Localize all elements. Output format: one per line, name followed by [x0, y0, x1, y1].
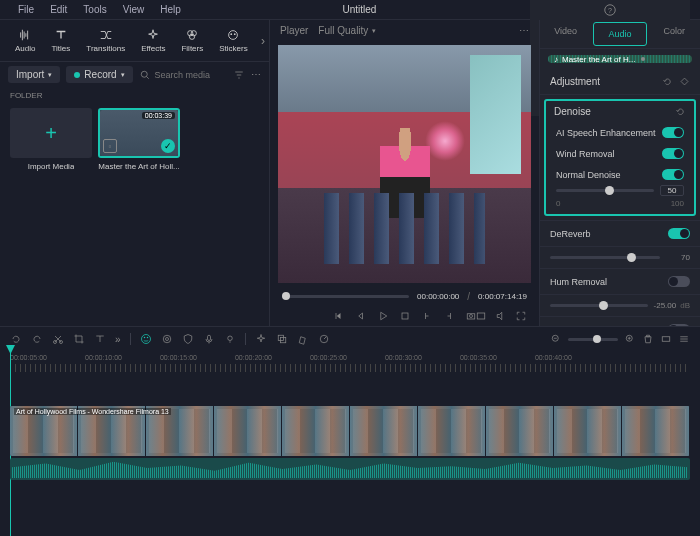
scrub-bar[interactable] [282, 295, 409, 298]
video-clip-label: Art of Hollywood Films - Wondershare Fil… [14, 408, 171, 415]
mark-in-icon[interactable] [421, 310, 433, 322]
volume-icon[interactable] [495, 310, 507, 322]
prev-frame-icon[interactable] [333, 310, 345, 322]
scroll-right-icon[interactable]: › [261, 34, 265, 48]
audio-clip-chip[interactable]: ♪ Master the Art of H... [548, 55, 692, 63]
denoise-value-input[interactable] [660, 185, 684, 196]
search-icon [139, 69, 151, 81]
clip-mark-icon: ▫ [103, 139, 117, 153]
menu-tools[interactable]: Tools [75, 2, 114, 17]
svg-point-31 [163, 335, 171, 343]
hum-label: Hum Removal [550, 277, 607, 287]
tab-video[interactable]: Video [540, 20, 591, 48]
more-tools-icon[interactable]: » [115, 334, 121, 345]
adjustment-section: Adjustment [540, 69, 700, 95]
sparkle-icon[interactable] [255, 333, 267, 345]
ai-speech-toggle[interactable] [662, 127, 684, 138]
dereverb-slider[interactable] [550, 256, 660, 259]
fit-icon[interactable] [475, 310, 487, 322]
tab-audio[interactable]: Audio [593, 22, 646, 46]
svg-line-20 [146, 76, 148, 78]
menu-edit[interactable]: Edit [42, 2, 75, 17]
tool-stickers[interactable]: Stickers [212, 26, 254, 55]
tool-filters[interactable]: Filters [174, 26, 210, 55]
tool-titles[interactable]: Titles [44, 26, 77, 55]
preview-canvas[interactable] [278, 45, 531, 283]
tool-transitions[interactable]: Transitions [79, 26, 132, 55]
denoise-title: Denoise [554, 106, 591, 117]
redo-icon[interactable] [31, 333, 43, 345]
zoom-in-icon[interactable] [624, 333, 636, 345]
normal-denoise-toggle[interactable] [662, 169, 684, 180]
svg-rect-33 [207, 335, 210, 340]
svg-point-34 [227, 336, 232, 341]
fullscreen-icon[interactable] [515, 310, 527, 322]
reset-icon[interactable] [662, 76, 673, 87]
normal-denoise-label: Normal Denoise [556, 170, 621, 180]
hum-slider[interactable] [550, 304, 648, 307]
mic-icon[interactable] [203, 333, 215, 345]
import-button[interactable]: Import ▾ [8, 66, 60, 83]
timeline-ruler[interactable]: 00:00:05:0000:00:10:0000:00:15:0000:00:2… [0, 351, 700, 364]
cut-icon[interactable] [52, 333, 64, 345]
search-box[interactable] [139, 69, 227, 81]
time-total: 0:00:07:14:19 [478, 292, 527, 301]
filter-icon[interactable] [233, 69, 245, 81]
menu-help[interactable]: Help [152, 2, 189, 17]
clip-duration: 00:03:39 [142, 112, 175, 119]
svg-point-17 [231, 33, 233, 35]
layers-icon[interactable] [276, 333, 288, 345]
denoise-block: Denoise AI Speech Enhancement Wind Remov… [544, 99, 696, 216]
keyframe-icon[interactable] [679, 76, 690, 87]
step-back-icon[interactable] [355, 310, 367, 322]
more-icon[interactable]: ⋯ [251, 69, 261, 80]
zoom-slider[interactable] [568, 338, 618, 341]
tool-effects[interactable]: Effects [134, 26, 172, 55]
record-button[interactable]: Record ▾ [66, 66, 132, 83]
player-dropdown[interactable]: Player [280, 25, 308, 36]
menu-file[interactable]: File [10, 2, 42, 17]
stop-icon[interactable] [399, 310, 411, 322]
denoise-reset-icon[interactable] [675, 106, 686, 117]
import-media-tile[interactable]: + Import Media [10, 108, 92, 171]
quality-dropdown[interactable]: Full Quality ▾ [318, 25, 376, 36]
svg-point-19 [141, 71, 147, 77]
mark-out-icon[interactable] [443, 310, 455, 322]
search-input[interactable] [155, 70, 225, 80]
video-track[interactable]: Art of Hollywood Films - Wondershare Fil… [10, 406, 690, 456]
hiss-toggle[interactable] [668, 324, 690, 326]
tool-audio[interactable]: Audio [8, 26, 42, 55]
svg-point-24 [469, 315, 472, 318]
edit-icon[interactable] [297, 333, 309, 345]
wind-removal-label: Wind Removal [556, 149, 615, 159]
smiley-icon[interactable] [140, 333, 152, 345]
tab-color[interactable]: Color [649, 20, 700, 48]
svg-rect-25 [477, 313, 485, 319]
menu-view[interactable]: View [115, 2, 153, 17]
document-title: Untitled [189, 4, 530, 15]
shield-icon[interactable] [182, 333, 194, 345]
text-icon[interactable] [94, 333, 106, 345]
crop-icon[interactable] [73, 333, 85, 345]
fit-timeline-icon[interactable] [660, 333, 672, 345]
svg-point-32 [165, 338, 168, 341]
speed-icon[interactable] [318, 333, 330, 345]
folder-label: FOLDER [0, 87, 269, 104]
clip-name: Master the Art of H... [562, 55, 635, 63]
undo-icon[interactable] [10, 333, 22, 345]
hum-toggle[interactable] [668, 276, 690, 287]
play-icon[interactable] [377, 310, 389, 322]
help-icon[interactable]: ? [603, 3, 617, 17]
media-clip-tile[interactable]: 00:03:39 ▫ ✓ Master the Art of Holl... [98, 108, 180, 171]
delete-icon[interactable] [642, 333, 654, 345]
target-icon[interactable] [161, 333, 173, 345]
zoom-out-icon[interactable] [550, 333, 562, 345]
wind-removal-toggle[interactable] [662, 148, 684, 159]
denoise-slider[interactable] [556, 189, 654, 192]
preview-more-icon[interactable]: ⋯ [519, 25, 529, 36]
dereverb-toggle[interactable] [668, 228, 690, 239]
ai-speech-label: AI Speech Enhancement [556, 128, 656, 138]
bulb-icon[interactable] [224, 333, 236, 345]
expand-icon[interactable] [678, 333, 690, 345]
audio-track[interactable] [10, 458, 690, 480]
